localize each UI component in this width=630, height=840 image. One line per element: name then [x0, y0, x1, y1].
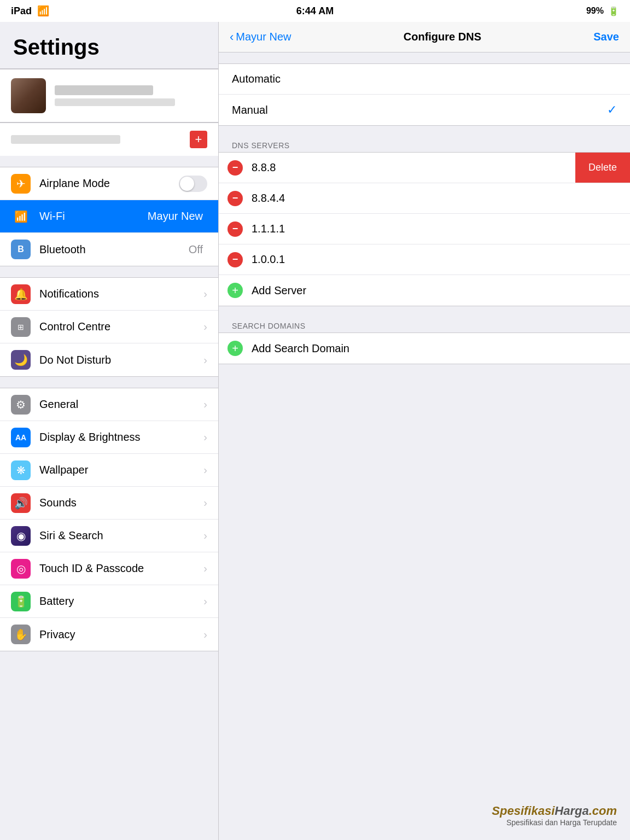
- add-search-domain-row[interactable]: + Add Search Domain: [219, 333, 630, 364]
- sidebar-item-control-centre[interactable]: ⊞ Control Centre ›: [0, 311, 218, 343]
- battery-percent: 99%: [586, 6, 604, 16]
- dns-server-row-3[interactable]: − 1.0.0.1: [219, 244, 630, 275]
- sidebar-item-airplane[interactable]: ✈ Airplane Mode: [0, 167, 218, 200]
- sidebar-item-wifi[interactable]: 📶 Wi-Fi Mayur New: [0, 200, 218, 233]
- general-chevron: ›: [203, 398, 207, 411]
- sidebar-item-display[interactable]: AA Display & Brightness ›: [0, 421, 218, 454]
- ipad-label: iPad: [11, 5, 32, 17]
- dns-mode-manual[interactable]: Manual ✓: [219, 95, 630, 125]
- bluetooth-icon: B: [11, 240, 31, 259]
- minus-icon-2[interactable]: −: [228, 221, 243, 237]
- add-search-domain-plus-icon[interactable]: +: [228, 341, 243, 356]
- status-bar: iPad 📶 6:44 AM 99% 🔋: [0, 0, 630, 22]
- profile-section[interactable]: [0, 69, 218, 122]
- nav-bar: ‹ Mayur New Configure DNS Save: [219, 22, 630, 52]
- sidebar-item-siri[interactable]: ◉ Siri & Search ›: [0, 520, 218, 552]
- minus-icon-1[interactable]: −: [228, 191, 243, 206]
- display-icon: AA: [11, 428, 31, 447]
- profile-text: [55, 85, 207, 106]
- manual-checkmark: ✓: [607, 103, 617, 117]
- sounds-label: Sounds: [39, 497, 203, 509]
- icloud-row[interactable]: +: [0, 122, 218, 156]
- touchid-label: Touch ID & Passcode: [39, 562, 203, 575]
- airplane-icon: ✈: [11, 174, 31, 194]
- sidebar-item-notifications[interactable]: 🔔 Notifications ›: [0, 278, 218, 311]
- wifi-icon: 📶: [37, 5, 49, 17]
- dns-value-1: 8.8.4.4: [252, 192, 621, 205]
- airplane-label: Airplane Mode: [39, 177, 179, 190]
- sidebar-item-general[interactable]: ⚙ General ›: [0, 388, 218, 421]
- notifications-icon: 🔔: [11, 284, 31, 304]
- siri-icon: ◉: [11, 526, 31, 546]
- notifications-label: Notifications: [39, 288, 203, 300]
- control-centre-icon: ⊞: [11, 317, 31, 337]
- sounds-icon: 🔊: [11, 493, 31, 513]
- wallpaper-chevron: ›: [203, 464, 207, 476]
- sidebar-item-battery[interactable]: 🔋 Battery ›: [0, 585, 218, 618]
- delete-button-first[interactable]: Delete: [575, 153, 630, 183]
- avatar: [11, 78, 46, 113]
- display-label: Display & Brightness: [39, 431, 203, 444]
- save-button[interactable]: Save: [593, 31, 619, 43]
- back-button[interactable]: ‹ Mayur New: [230, 30, 291, 44]
- search-domains-header: SEARCH DOMAINS: [219, 317, 630, 332]
- minus-icon-first[interactable]: −: [228, 160, 243, 176]
- control-centre-chevron: ›: [203, 320, 207, 333]
- wallpaper-icon: ❋: [11, 460, 31, 480]
- siri-label: Siri & Search: [39, 529, 203, 542]
- dns-servers-section: − 8.8.8 Delete − 8.8.4.4: [219, 152, 630, 306]
- system-group: ⚙ General › AA Display & Brightness › ❋ …: [0, 388, 218, 651]
- privacy-icon: ✋: [11, 625, 31, 644]
- dns-mode-section: Automatic Manual ✓: [219, 63, 630, 126]
- sidebar-item-sounds[interactable]: 🔊 Sounds ›: [0, 487, 218, 520]
- sidebar-item-bluetooth[interactable]: B Bluetooth Off: [0, 233, 218, 266]
- manual-label: Manual: [232, 104, 268, 116]
- content-area: Automatic Manual ✓ DNS SERVERS − 8.8.8: [219, 52, 630, 840]
- dns-mode-automatic[interactable]: Automatic: [219, 64, 630, 95]
- dns-server-row-2[interactable]: − 1.1.1.1: [219, 214, 630, 244]
- icloud-plus-button[interactable]: +: [190, 131, 207, 148]
- siri-chevron: ›: [203, 529, 207, 542]
- battery-settings-icon: 🔋: [11, 592, 31, 611]
- battery-label: Battery: [39, 595, 203, 608]
- touchid-chevron: ›: [203, 562, 207, 575]
- add-server-row[interactable]: + Add Server: [219, 275, 630, 306]
- search-domains-wrapper: SEARCH DOMAINS + Add Search Domain: [219, 317, 630, 364]
- right-panel: ‹ Mayur New Configure DNS Save Automatic…: [219, 22, 630, 840]
- sidebar-item-wallpaper[interactable]: ❋ Wallpaper ›: [0, 454, 218, 487]
- search-domains-section: + Add Search Domain: [219, 332, 630, 364]
- privacy-chevron: ›: [203, 628, 207, 641]
- wifi-label: Wi-Fi: [39, 210, 148, 223]
- bluetooth-label: Bluetooth: [39, 243, 189, 256]
- dns-value-2: 1.1.1.1: [252, 223, 621, 235]
- page-title: Configure DNS: [404, 31, 481, 43]
- watermark-sub: Spesifikasi dan Harga Terupdate: [492, 818, 617, 827]
- watermark: SpesifikasiHarga.com Spesifikasi dan Har…: [492, 804, 617, 827]
- add-search-domain-label: Add Search Domain: [252, 342, 349, 355]
- dns-server-first-row[interactable]: − 8.8.8 Delete: [219, 153, 630, 183]
- sidebar-item-touchid[interactable]: ◎ Touch ID & Passcode ›: [0, 552, 218, 585]
- do-not-disturb-chevron: ›: [203, 354, 207, 366]
- sounds-chevron: ›: [203, 497, 207, 509]
- wifi-settings-icon: 📶: [11, 207, 31, 226]
- privacy-label: Privacy: [39, 628, 203, 641]
- notifications-group: 🔔 Notifications › ⊞ Control Centre › 🌙 D…: [0, 277, 218, 377]
- dns-server-row-1[interactable]: − 8.8.4.4: [219, 183, 630, 214]
- dns-value-first: 8.8.8: [252, 161, 567, 174]
- add-server-label: Add Server: [252, 284, 306, 297]
- dns-value-3: 1.0.0.1: [252, 253, 621, 266]
- profile-sub-blur: [55, 98, 175, 106]
- display-chevron: ›: [203, 431, 207, 444]
- airplane-toggle[interactable]: [179, 176, 207, 192]
- icloud-blur: [11, 135, 120, 144]
- control-centre-label: Control Centre: [39, 320, 203, 333]
- do-not-disturb-label: Do Not Disturb: [39, 354, 203, 366]
- add-server-plus-icon[interactable]: +: [228, 283, 243, 298]
- sidebar-item-do-not-disturb[interactable]: 🌙 Do Not Disturb ›: [0, 343, 218, 376]
- minus-icon-3[interactable]: −: [228, 252, 243, 267]
- do-not-disturb-icon: 🌙: [11, 350, 31, 370]
- back-chevron-icon: ‹: [230, 30, 234, 44]
- general-icon: ⚙: [11, 395, 31, 415]
- sidebar-item-privacy[interactable]: ✋ Privacy ›: [0, 618, 218, 651]
- wallpaper-label: Wallpaper: [39, 464, 203, 476]
